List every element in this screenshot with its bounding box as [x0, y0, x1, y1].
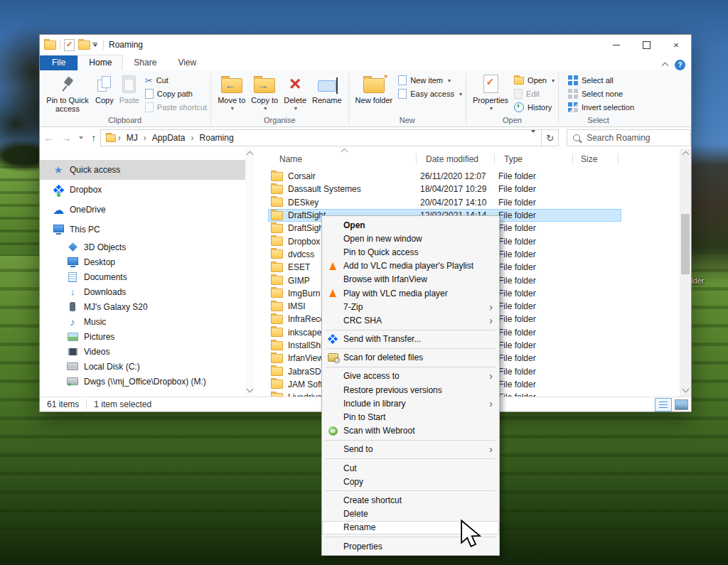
sidebar-item-quick-access[interactable]: Quick access: [40, 160, 245, 180]
search-input[interactable]: [585, 132, 685, 144]
easy-access-button[interactable]: Easy access: [398, 88, 462, 99]
menu-item-7zip[interactable]: 7-Zip: [322, 300, 499, 313]
copy-path-button[interactable]: Copy path: [145, 88, 207, 99]
mouse-cursor: [459, 520, 483, 548]
file-row[interactable]: Dassault Systemes18/04/2017 10:29File fo…: [268, 183, 621, 195]
sidebar-item-dropbox[interactable]: Dropbox: [40, 180, 262, 200]
tab-share[interactable]: Share: [123, 55, 167, 70]
delete-button[interactable]: Delete: [281, 72, 309, 114]
forward-button[interactable]: →: [61, 132, 71, 144]
copy-to-icon: →: [254, 78, 275, 93]
sidebar-scrollbar[interactable]: [245, 149, 254, 399]
sidebar-item-3d-objects[interactable]: 3D Objects: [40, 240, 262, 254]
menu-item-crc-sha[interactable]: CRC SHA: [322, 313, 499, 327]
scroll-down-icon[interactable]: [247, 386, 254, 393]
file-list-scrollbar[interactable]: [680, 149, 691, 399]
menu-item-include-in-library[interactable]: Include in library: [322, 397, 499, 410]
quick-toolbar-folder-icon[interactable]: [78, 41, 90, 50]
properties-button[interactable]: Properties: [470, 72, 511, 114]
select-all-button[interactable]: Select all: [568, 75, 634, 86]
scroll-up-icon[interactable]: [247, 151, 254, 158]
tab-view[interactable]: View: [167, 55, 207, 70]
breadcrumb-item[interactable]: Roaming: [196, 133, 237, 143]
copy-button[interactable]: Copy: [92, 72, 117, 106]
menu-item-play-with-vlc[interactable]: Play with VLC media player: [322, 286, 499, 300]
edit-button[interactable]: Edit: [514, 88, 555, 99]
scroll-up-icon[interactable]: [682, 151, 690, 158]
sidebar-item-music[interactable]: Music: [40, 314, 262, 329]
column-header-date-modified[interactable]: Date modified: [426, 154, 478, 164]
menu-item-give-access-to[interactable]: Give access to: [322, 370, 499, 383]
menu-item-browse-with-irfanview[interactable]: Browse with IrfanView: [322, 273, 499, 286]
scroll-down-icon[interactable]: [682, 386, 690, 393]
column-header-name[interactable]: Name: [279, 154, 302, 164]
new-folder-button[interactable]: * New folder: [353, 72, 396, 106]
minimize-button[interactable]: [601, 35, 631, 55]
sidebar-item-pictures[interactable]: Pictures: [40, 329, 262, 344]
menu-item-cut[interactable]: Cut: [322, 461, 499, 475]
move-to-button[interactable]: ← Move to: [215, 72, 248, 114]
collapse-ribbon-icon[interactable]: [662, 63, 669, 70]
breadcrumb-item[interactable]: MJ: [123, 133, 141, 143]
file-row[interactable]: Corsair26/11/2020 12:07File folder: [268, 170, 621, 183]
sidebar-item-dwgs-drive[interactable]: Dwgs (\\mj_Office\Dropbox) (M:): [40, 374, 262, 389]
scrollbar-thumb[interactable]: [681, 214, 690, 274]
maximize-button[interactable]: [631, 35, 661, 55]
column-header-type[interactable]: Type: [504, 154, 523, 164]
sidebar-item-onedrive[interactable]: OneDrive: [40, 200, 262, 220]
sidebar-item-downloads[interactable]: Downloads: [40, 284, 262, 299]
close-button[interactable]: ×: [661, 35, 691, 55]
recent-locations-caret-icon[interactable]: [79, 136, 83, 139]
menu-item-delete[interactable]: Delete: [322, 507, 499, 521]
sidebar-item-local-disk-c[interactable]: Local Disk (C:): [40, 359, 262, 374]
new-item-button[interactable]: New item: [398, 75, 462, 86]
back-button[interactable]: ←: [43, 132, 53, 144]
file-row[interactable]: DESkey20/04/2017 14:10File folder: [268, 196, 621, 209]
search-box[interactable]: [567, 129, 691, 146]
pin-to-quick-access-button[interactable]: Pin to Quick access: [43, 72, 92, 114]
group-label-select: Select: [561, 116, 636, 127]
select-none-button[interactable]: Select none: [568, 88, 634, 99]
address-dropdown-caret-icon[interactable]: [525, 133, 541, 143]
minimize-icon: [613, 45, 620, 45]
details-view-button[interactable]: [655, 398, 672, 411]
refresh-button[interactable]: [542, 129, 559, 146]
open-button[interactable]: Open: [514, 75, 555, 86]
sidebar-item-videos[interactable]: Videos: [40, 344, 262, 359]
sidebar-item-desktop[interactable]: Desktop: [40, 254, 262, 269]
menu-item-restore-previous-versions[interactable]: Restore previous versions: [322, 383, 499, 397]
breadcrumb-item[interactable]: AppData: [149, 133, 189, 143]
sidebar-item-documents[interactable]: Documents: [40, 269, 262, 284]
large-icons-view-button[interactable]: [675, 399, 688, 410]
menu-item-open[interactable]: Open: [322, 218, 499, 232]
menu-item-scan-with-webroot[interactable]: Scan with Webroot: [322, 424, 499, 438]
menu-item-scan-for-deleted-files[interactable]: Scan for deleted files: [322, 351, 499, 365]
rename-button[interactable]: Rename: [309, 72, 345, 106]
menu-item-add-to-vlc-playlist[interactable]: Add to VLC media player's Playlist: [322, 259, 499, 273]
tab-file[interactable]: File: [40, 55, 77, 70]
quick-toolbar-caret-icon[interactable]: [92, 43, 97, 47]
menu-item-send-with-transfer[interactable]: Send with Transfer...: [322, 333, 499, 346]
menu-item-create-shortcut[interactable]: Create shortcut: [322, 493, 499, 507]
paste-shortcut-button[interactable]: Paste shortcut: [145, 102, 207, 113]
menu-item-pin-to-quick-access[interactable]: Pin to Quick access: [322, 245, 499, 259]
music-icon: [67, 316, 78, 328]
menu-item-send-to[interactable]: Send to: [322, 443, 499, 456]
address-bar[interactable]: MJ AppData Roaming: [100, 129, 542, 146]
cut-button[interactable]: Cut: [145, 75, 207, 86]
menu-item-open-in-new-window[interactable]: Open in new window: [322, 232, 499, 245]
help-icon[interactable]: ?: [675, 60, 685, 70]
history-button[interactable]: History: [514, 102, 555, 113]
invert-selection-button[interactable]: Invert selection: [568, 102, 634, 113]
up-button[interactable]: ↑: [91, 132, 96, 144]
menu-item-pin-to-start[interactable]: Pin to Start: [322, 410, 499, 424]
sidebar-item-this-pc[interactable]: This PC: [40, 220, 262, 240]
paste-button[interactable]: Paste: [117, 72, 142, 106]
tab-home[interactable]: Home: [77, 55, 123, 70]
copy-to-button[interactable]: → Copy to: [248, 72, 281, 114]
pictures-icon: [67, 331, 78, 343]
menu-item-copy[interactable]: Copy: [322, 475, 499, 488]
sidebar-item-galaxy-s20[interactable]: MJ's Galaxy S20: [40, 299, 262, 314]
column-header-size[interactable]: Size: [581, 154, 597, 164]
quick-toolbar-properties-icon[interactable]: [64, 39, 75, 51]
